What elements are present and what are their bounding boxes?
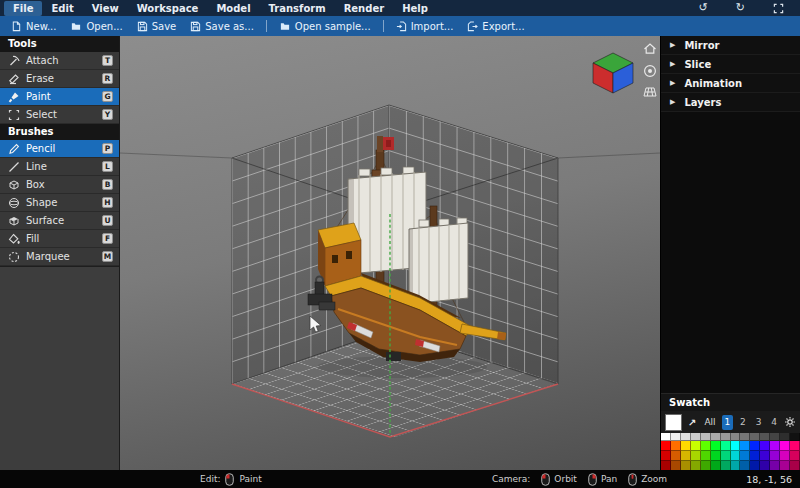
swatch-cell[interactable] xyxy=(721,461,731,470)
open-button[interactable]: Open... xyxy=(63,19,129,34)
swatch-cell[interactable] xyxy=(750,451,760,461)
brush-box[interactable]: Box B xyxy=(0,176,119,194)
swatch-cell[interactable] xyxy=(681,451,691,461)
redo-icon[interactable]: ↻ xyxy=(736,2,745,14)
menu-edit[interactable]: Edit xyxy=(42,1,82,16)
current-color-swatch[interactable] xyxy=(665,414,682,431)
swatch-cell[interactable] xyxy=(760,461,770,470)
swatch-cell[interactable] xyxy=(790,433,800,441)
swatch-cell[interactable] xyxy=(770,451,780,461)
brush-fill[interactable]: Fill F xyxy=(0,230,119,248)
fullscreen-icon[interactable] xyxy=(773,0,784,18)
swatch-cell[interactable] xyxy=(661,433,671,441)
swatch-cell[interactable] xyxy=(731,433,741,441)
swatch-cell[interactable] xyxy=(691,461,701,470)
swatch-cell[interactable] xyxy=(780,451,790,461)
panel-animation[interactable]: ▶ Animation xyxy=(661,74,800,93)
brush-line[interactable]: Line L xyxy=(0,158,119,176)
home-icon[interactable] xyxy=(643,42,657,55)
color-picker-icon[interactable]: ↗ xyxy=(686,417,698,428)
swatch-cell[interactable] xyxy=(671,451,681,461)
save-button[interactable]: Save xyxy=(130,19,184,34)
swatch-cell[interactable] xyxy=(740,461,750,470)
brush-surface[interactable]: Surface U xyxy=(0,212,119,230)
tool-attach[interactable]: Attach T xyxy=(0,52,119,70)
swatch-cell[interactable] xyxy=(750,433,760,441)
swatch-cell[interactable] xyxy=(731,441,741,451)
swatch-cell[interactable] xyxy=(701,433,711,441)
swatch-cell[interactable] xyxy=(731,451,741,461)
swatch-cell[interactable] xyxy=(701,451,711,461)
swatch-cell[interactable] xyxy=(711,441,721,451)
swatch-tab-all[interactable]: All xyxy=(702,416,717,428)
panel-mirror[interactable]: ▶ Mirror xyxy=(661,36,800,55)
orbit-view-icon[interactable] xyxy=(643,64,657,78)
menu-view[interactable]: View xyxy=(83,1,128,16)
swatch-cell[interactable] xyxy=(780,441,790,451)
swatch-tab-3[interactable]: 3 xyxy=(753,415,765,430)
brush-shape[interactable]: Shape H xyxy=(0,194,119,212)
swatch-cell[interactable] xyxy=(760,451,770,461)
new-button[interactable]: New... xyxy=(4,19,63,34)
undo-icon[interactable]: ↺ xyxy=(699,2,708,14)
swatch-tab-4[interactable]: 4 xyxy=(768,415,780,430)
swatch-cell[interactable] xyxy=(661,461,671,470)
swatch-cell[interactable] xyxy=(721,433,731,441)
menu-render[interactable]: Render xyxy=(335,1,393,16)
swatch-cell[interactable] xyxy=(661,441,671,451)
swatch-cell[interactable] xyxy=(671,461,681,470)
import-button[interactable]: Import... xyxy=(389,19,461,34)
panel-layers[interactable]: ▶ Layers xyxy=(661,93,800,112)
tool-select[interactable]: Select Y xyxy=(0,106,119,124)
menu-model[interactable]: Model xyxy=(207,1,259,16)
swatch-tab-1[interactable]: 1 xyxy=(722,415,734,430)
swatch-cell[interactable] xyxy=(711,461,721,470)
swatch-cell[interactable] xyxy=(780,433,790,441)
brush-pencil[interactable]: Pencil P xyxy=(0,140,119,158)
swatch-cell[interactable] xyxy=(701,461,711,470)
swatch-cell[interactable] xyxy=(691,433,701,441)
menu-file[interactable]: File xyxy=(4,1,42,16)
swatch-cell[interactable] xyxy=(681,433,691,441)
menu-help[interactable]: Help xyxy=(393,1,437,16)
swatch-cell[interactable] xyxy=(780,461,790,470)
swatch-cell[interactable] xyxy=(750,441,760,451)
menu-workspace[interactable]: Workspace xyxy=(128,1,208,16)
open-sample-button[interactable]: Open sample... xyxy=(272,19,378,34)
orientation-cube[interactable] xyxy=(591,51,635,95)
export-button[interactable]: Export... xyxy=(460,19,531,34)
swatch-cell[interactable] xyxy=(770,433,780,441)
swatch-tab-2[interactable]: 2 xyxy=(737,415,749,430)
swatch-cell[interactable] xyxy=(671,441,681,451)
swatch-cell[interactable] xyxy=(740,451,750,461)
swatch-cell[interactable] xyxy=(770,461,780,470)
swatch-cell[interactable] xyxy=(671,433,681,441)
swatch-cell[interactable] xyxy=(681,461,691,470)
tool-erase[interactable]: Erase R xyxy=(0,70,119,88)
swatch-cell[interactable] xyxy=(691,451,701,461)
swatch-cell[interactable] xyxy=(721,451,731,461)
swatch-settings-button[interactable] xyxy=(784,416,796,428)
swatch-cell[interactable] xyxy=(721,441,731,451)
swatch-cell[interactable] xyxy=(691,441,701,451)
swatch-cell[interactable] xyxy=(790,451,800,461)
swatch-cell[interactable] xyxy=(760,433,770,441)
swatch-cell[interactable] xyxy=(681,441,691,451)
swatch-cell[interactable] xyxy=(760,441,770,451)
menu-transform[interactable]: Transform xyxy=(260,1,335,16)
swatch-cell[interactable] xyxy=(790,461,800,470)
tool-paint[interactable]: Paint G xyxy=(0,88,119,106)
swatch-cell[interactable] xyxy=(661,451,671,461)
swatch-cell[interactable] xyxy=(790,441,800,451)
swatch-cell[interactable] xyxy=(770,441,780,451)
swatch-cell[interactable] xyxy=(711,433,721,441)
save-as-button[interactable]: Save as... xyxy=(183,19,261,34)
perspective-grid-icon[interactable] xyxy=(643,87,657,97)
panel-slice[interactable]: ▶ Slice xyxy=(661,55,800,74)
swatch-cell[interactable] xyxy=(711,451,721,461)
brush-marquee[interactable]: Marquee M xyxy=(0,248,119,266)
swatch-cell[interactable] xyxy=(740,441,750,451)
swatch-cell[interactable] xyxy=(750,461,760,470)
viewport-3d[interactable] xyxy=(120,36,660,470)
swatch-cell[interactable] xyxy=(740,433,750,441)
